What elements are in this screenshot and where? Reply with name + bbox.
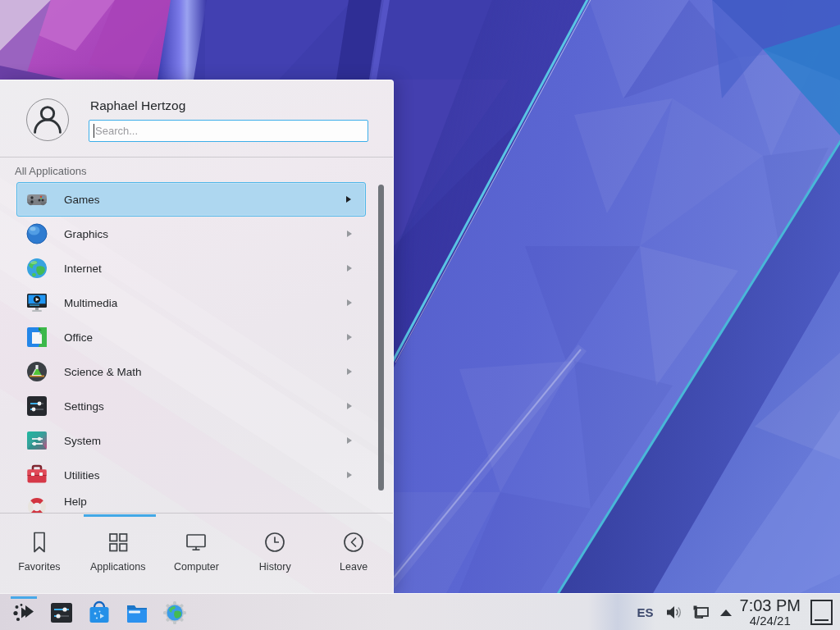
user-avatar[interactable] [26,98,69,141]
settings-icon [25,395,48,418]
category-row-settings[interactable]: Settings [16,389,366,423]
digital-clock[interactable]: 7:03 PM 4/24/21 [740,597,801,628]
category-label: Science & Math [64,366,142,378]
launcher-tab-bar: Favorites Applications Computer [0,518,393,591]
search-input[interactable] [89,120,368,142]
applications-grid-icon [106,530,130,555]
multimedia-icon [25,291,48,314]
discover-store-button[interactable] [80,594,118,630]
clock-date: 4/24/21 [740,614,801,628]
tab-favorites[interactable]: Favorites [0,518,79,591]
category-row-utilities[interactable]: Utilities [16,458,366,492]
leave-icon [341,530,366,555]
text-cursor [94,124,94,138]
category-row-games[interactable]: Games [16,182,366,217]
submenu-arrow-icon [347,403,352,409]
category-row-system[interactable]: System [16,423,366,458]
internet-icon [25,257,48,280]
category-label: Graphics [64,228,108,240]
category-row-science-math[interactable]: Science & Math [16,354,366,389]
category-label: Multimedia [64,297,117,309]
file-manager-icon [125,600,149,625]
submenu-arrow-icon [347,368,352,375]
favorites-bookmark-icon [27,530,52,555]
category-label: Games [64,194,100,206]
submenu-arrow-icon [347,299,352,306]
graphics-icon [25,222,48,245]
file-manager-button[interactable] [118,594,156,630]
web-browser-button[interactable] [156,594,194,630]
submenu-arrow-icon [347,437,352,444]
system-settings-icon [49,600,74,625]
category-row-help[interactable]: Help [16,492,366,513]
show-desktop-button[interactable] [810,600,833,625]
help-icon [25,495,48,513]
tab-label: Applications [90,561,145,573]
network-icon[interactable] [692,603,710,622]
system-icon [25,429,48,452]
category-label: Settings [64,400,104,413]
games-icon [25,188,48,211]
category-label: System [64,435,101,447]
tab-leave[interactable]: Leave [314,518,393,591]
clock-time: 7:03 PM [740,597,801,614]
header-divider [0,157,393,158]
launcher-header: Raphael Hertzog [0,80,393,157]
discover-store-icon [87,600,112,625]
tab-applications[interactable]: Applications [79,518,158,591]
app-launcher-icon [11,600,36,625]
tab-history[interactable]: History [235,518,314,591]
tab-label: Computer [174,561,219,573]
active-tab-indicator [84,514,156,517]
submenu-arrow-icon [347,265,352,272]
utilities-icon [25,463,48,486]
scrollbar-thumb[interactable] [378,185,384,491]
category-row-multimedia[interactable]: Multimedia [16,285,366,320]
web-browser-icon [162,600,187,625]
tab-computer[interactable]: Computer [158,518,236,591]
submenu-arrow-icon [347,334,352,340]
desktop: Raphael Hertzog All Applications [0,0,840,630]
active-task-indicator [11,596,37,599]
category-list: Games Graphics [16,182,366,513]
expand-tray-icon[interactable] [720,609,732,616]
submenu-arrow-icon [347,472,352,478]
app-launcher-button[interactable] [5,594,43,630]
user-name: Raphael Hertzog [90,98,185,113]
category-label: Internet [64,262,102,275]
category-row-internet[interactable]: Internet [16,251,366,285]
footer-divider [0,513,393,514]
application-launcher-menu: Raphael Hertzog All Applications [0,80,394,593]
category-row-graphics[interactable]: Graphics [16,217,366,251]
category-label: Help [64,495,87,508]
office-icon [25,326,48,349]
system-tray: ES 7:03 PM 4/24/21 [637,594,840,630]
category-label: Utilities [64,469,100,482]
science-math-icon [25,360,48,383]
keyboard-layout-indicator[interactable]: ES [637,605,654,619]
tab-label: Leave [340,561,368,573]
system-settings-button[interactable] [43,594,80,630]
computer-monitor-icon [184,530,208,555]
tab-label: Favorites [18,561,60,573]
submenu-arrow-icon [347,231,352,237]
category-row-office[interactable]: Office [16,320,366,354]
tab-label: History [259,561,291,573]
taskbar-panel: ES 7:03 PM 4/24/21 [0,593,840,630]
submenu-arrow-icon [346,196,351,203]
section-label: All Applications [15,165,86,177]
volume-icon[interactable] [664,603,683,622]
category-label: Office [64,331,93,344]
history-clock-icon [262,530,287,555]
